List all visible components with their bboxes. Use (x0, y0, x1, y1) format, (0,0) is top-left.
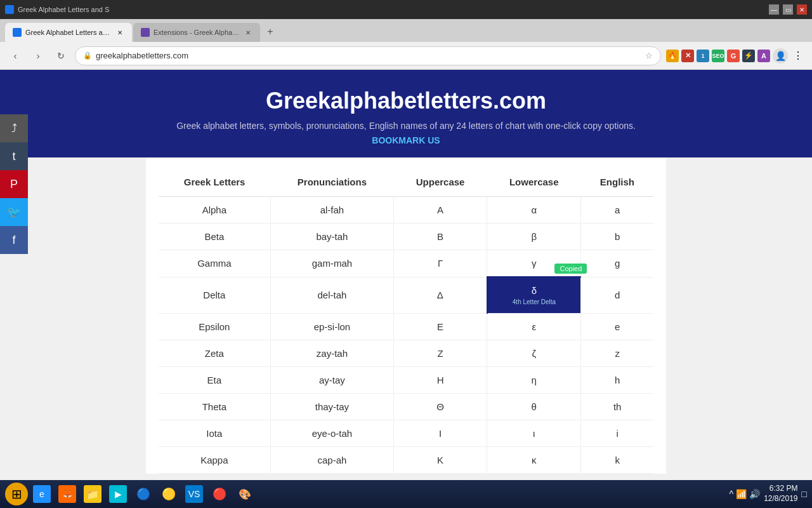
pinterest-button[interactable]: P (0, 170, 28, 198)
taskbar-firefox[interactable]: 🦊 (56, 483, 79, 486)
bookmark-star-icon[interactable]: ☆ (645, 51, 653, 60)
tab-close-1[interactable]: ✕ (115, 28, 124, 37)
facebook-button[interactable]: f (0, 226, 28, 254)
cell-uppercase[interactable]: Ζ (394, 340, 487, 367)
cell-name[interactable]: Gamma (159, 250, 270, 277)
cell-uppercase[interactable]: Ι (394, 420, 487, 447)
taskbar-paint[interactable]: 🎨 (233, 483, 256, 486)
cell-uppercase[interactable]: Δ (394, 277, 487, 314)
ext-icon-5[interactable]: ⚡ (742, 50, 755, 62)
ext-icon-6[interactable]: A (757, 50, 770, 62)
table-row[interactable]: Etaay-tayΗηh (159, 367, 653, 394)
tab-close-2[interactable]: ✕ (244, 28, 252, 37)
cell-name[interactable]: Epsilon (159, 314, 270, 340)
user-avatar[interactable]: 👤 (773, 48, 788, 64)
cell-uppercase[interactable]: Η (394, 367, 487, 394)
bookmark-link[interactable]: BOOKMARK US (372, 135, 440, 145)
cell-pronunciation[interactable]: ep-si-lon (270, 314, 393, 340)
cell-name[interactable]: Eta (159, 367, 270, 394)
cell-pronunciation[interactable]: zay-tah (270, 340, 393, 367)
tab-favicon-2 (141, 28, 150, 37)
table-row[interactable]: Thetathay-tayΘθth (159, 394, 653, 420)
ext-icon-seo[interactable]: SEO (712, 50, 724, 62)
forward-button[interactable]: › (29, 47, 47, 65)
table-row[interactable]: Epsilonep-si-lonΕεe (159, 314, 653, 340)
cell-english[interactable]: i (581, 420, 653, 447)
cell-english[interactable]: th (581, 394, 653, 420)
cell-uppercase[interactable]: Ε (394, 314, 487, 340)
tumblr-button[interactable]: t (0, 142, 28, 170)
cell-english[interactable]: z (581, 340, 653, 367)
url-bar[interactable]: 🔒 greekalphabetletters.com ☆ (75, 46, 661, 65)
taskbar-chrome[interactable]: 🔵 (132, 483, 155, 486)
minimize-button[interactable]: — (769, 4, 779, 15)
cell-pronunciation[interactable]: gam-mah (270, 250, 393, 277)
cell-name[interactable]: Theta (159, 394, 270, 420)
cell-pronunciation[interactable]: bay-tah (270, 224, 393, 250)
tab-greek-letters[interactable]: Greek Alphabet Letters and S ✕ (5, 23, 132, 42)
ext-icon-4[interactable]: G (727, 50, 740, 62)
close-button[interactable]: ✕ (797, 4, 807, 15)
cell-pronunciation[interactable]: al-fah (270, 197, 393, 224)
taskbar-vscode[interactable]: VS (183, 483, 206, 486)
cell-lowercase[interactable]: κ (487, 447, 581, 474)
table-row[interactable]: Alphaal-fahΑαa (159, 197, 653, 224)
taskbar-chrome-canary[interactable]: 🟡 (157, 483, 180, 486)
cell-name[interactable]: Iota (159, 420, 270, 447)
cell-name[interactable]: Kappa (159, 447, 270, 474)
cell-english[interactable]: a (581, 197, 653, 224)
cell-english[interactable]: e (581, 314, 653, 340)
browser-window: Greek Alphabet Letters and S — ▭ ✕ Greek… (0, 0, 812, 70)
cell-uppercase[interactable]: Κ (394, 447, 487, 474)
cell-pronunciation[interactable]: eye-o-tah (270, 420, 393, 447)
cell-english[interactable]: k (581, 447, 653, 474)
taskbar-media[interactable]: ▶ (107, 483, 129, 486)
cell-name[interactable]: Alpha (159, 197, 270, 224)
new-tab-button[interactable]: + (261, 23, 279, 41)
cell-lowercase[interactable]: Copiedδ4th Letter Delta (487, 277, 581, 314)
cell-pronunciation[interactable]: ay-tay (270, 367, 393, 394)
ext-icon-1[interactable]: 🔥 (666, 50, 679, 62)
table-row[interactable]: Kappacap-ahΚκk (159, 447, 653, 474)
ext-icon-2[interactable]: ✕ (681, 50, 694, 62)
cell-uppercase[interactable]: Α (394, 197, 487, 224)
cell-english[interactable]: d (581, 277, 653, 314)
cell-lowercase[interactable]: η (487, 367, 581, 394)
ext-icon-3[interactable]: 1 (697, 50, 709, 62)
cell-lowercase[interactable]: θ (487, 394, 581, 420)
cell-pronunciation[interactable]: del-tah (270, 277, 393, 314)
cell-uppercase[interactable]: Γ (394, 250, 487, 277)
tab-extensions[interactable]: Extensions - Greek Alphabet ✕ (133, 23, 260, 42)
cell-uppercase[interactable]: Θ (394, 394, 487, 420)
taskbar-chrome-active[interactable]: 🔴 (208, 483, 231, 486)
cell-lowercase[interactable]: α (487, 197, 581, 224)
refresh-button[interactable]: ↻ (52, 47, 70, 65)
table-row[interactable]: Betabay-tahΒβb (159, 224, 653, 250)
cell-lowercase[interactable]: ι (487, 420, 581, 447)
taskbar-ie[interactable]: e (30, 483, 53, 486)
cell-english[interactable]: g (581, 250, 653, 277)
cell-name[interactable]: Delta (159, 277, 270, 314)
cell-name[interactable]: Zeta (159, 340, 270, 367)
cell-lowercase[interactable]: ε (487, 314, 581, 340)
start-button[interactable]: ⊞ (5, 483, 28, 486)
share-button[interactable]: ⤴ (0, 114, 28, 142)
col-header-uppercase: Uppercase (394, 170, 487, 197)
menu-button[interactable]: ⋮ (790, 48, 806, 64)
cell-lowercase[interactable]: ζ (487, 340, 581, 367)
cell-english[interactable]: h (581, 367, 653, 394)
taskbar-folder[interactable]: 📁 (81, 483, 104, 486)
clock[interactable]: 6:32 PM 12/8/2019 (764, 484, 797, 486)
table-row[interactable]: Iotaeye-o-tahΙιi (159, 420, 653, 447)
cell-pronunciation[interactable]: cap-ah (270, 447, 393, 474)
cell-english[interactable]: b (581, 224, 653, 250)
maximize-button[interactable]: ▭ (783, 4, 793, 15)
table-row[interactable]: Zetazay-tahΖζz (159, 340, 653, 367)
cell-name[interactable]: Beta (159, 224, 270, 250)
back-button[interactable]: ‹ (6, 47, 24, 65)
cell-uppercase[interactable]: Β (394, 224, 487, 250)
table-row[interactable]: Deltadel-tahΔCopiedδ4th Letter Deltad (159, 277, 653, 314)
cell-lowercase[interactable]: β (487, 224, 581, 250)
twitter-button[interactable]: 🐦 (0, 198, 28, 226)
cell-pronunciation[interactable]: thay-tay (270, 394, 393, 420)
